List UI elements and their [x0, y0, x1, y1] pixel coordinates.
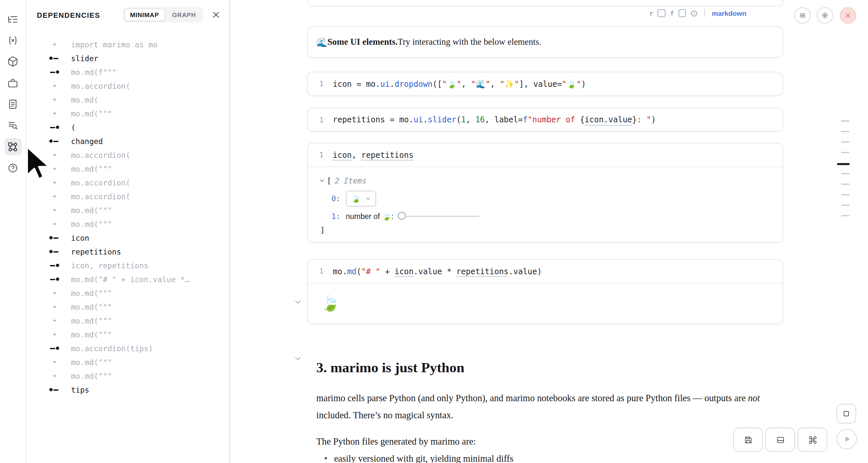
cell-editor[interactable]: 1 icon, repetitions — [308, 143, 782, 167]
minimap-item[interactable]: mo.md(""" — [26, 300, 230, 314]
run-all-button[interactable] — [836, 429, 857, 449]
minimap-item[interactable]: repetitions — [26, 245, 230, 258]
minimap-item-label: mo.md("# " + icon.value *… — [71, 275, 189, 284]
tab-minimap[interactable]: MINIMAP — [124, 8, 165, 21]
minimap-item-label: slider — [71, 54, 98, 63]
minimap-item[interactable]: ( — [26, 120, 230, 134]
shutdown-button[interactable] — [840, 7, 856, 24]
minimap-item[interactable]: mo.md(""" — [26, 355, 230, 369]
sidebar-button-variables[interactable] — [4, 32, 21, 49]
minimap-item[interactable]: mo.accordion(tips) — [26, 341, 230, 355]
tree-item-count: 2 Items — [335, 176, 367, 185]
cell-mark[interactable] — [841, 194, 849, 195]
cell-connector-marker — [49, 65, 61, 79]
panel-layout-button[interactable] — [766, 428, 795, 452]
cell-mark[interactable] — [841, 184, 849, 185]
cell-connector-marker — [49, 120, 61, 134]
tab-graph[interactable]: GRAPH — [166, 8, 202, 21]
minimap-item-label: ( — [71, 123, 75, 132]
icon-dropdown[interactable]: 🍃 — [346, 191, 376, 207]
play-icon — [843, 435, 851, 443]
slider-knob[interactable] — [398, 212, 406, 220]
minimap-item-label: mo.md(""" — [71, 288, 112, 298]
minimap-toggle-button[interactable] — [836, 404, 856, 424]
format-checkbox[interactable] — [679, 9, 686, 17]
reactive-label: r — [649, 9, 653, 17]
section-collapse-chevron[interactable] — [294, 353, 302, 365]
cell-config-toolbar: r f markdown — [307, 9, 783, 17]
cell-mark[interactable] — [841, 142, 849, 143]
minimap-item[interactable]: mo.md(f""" — [26, 65, 230, 79]
minimap-item[interactable]: mo.accordion( — [26, 189, 230, 203]
cell-dot-marker — [49, 203, 61, 217]
minimap-item[interactable]: mo.md("# " + icon.value *… — [26, 272, 230, 286]
minimap-list: import marimo as moslidermo.md(f"""mo.ac… — [26, 37, 230, 397]
minimap-item[interactable]: icon, repetitions — [26, 258, 230, 272]
keyboard-shortcuts-button[interactable] — [798, 428, 827, 452]
section-heading: 3. marimo is just Python — [316, 360, 464, 376]
sidebar-button-documentation[interactable] — [4, 96, 21, 113]
minimap-item-label: mo.md(f""" — [71, 67, 117, 76]
info-icon[interactable] — [691, 9, 698, 17]
sidebar-button-toolbox[interactable] — [4, 74, 21, 91]
gear-icon — [821, 11, 829, 20]
cell-mark[interactable] — [841, 120, 849, 121]
code-line: mo.md("# " + icon.value * repetitions.va… — [333, 267, 542, 276]
cell-connector-marker — [49, 51, 61, 65]
output-collapse-chevron[interactable] — [294, 297, 302, 308]
minimap-item[interactable]: slider — [26, 51, 230, 65]
minimap-item-label: icon — [71, 233, 89, 242]
markdown-cell-editor[interactable]: 1 🌊 **Some UI elements.** Try interactin… — [307, 0, 783, 7]
cell-mark[interactable] — [841, 215, 849, 216]
command-icon — [808, 435, 817, 444]
line-number: 1 — [308, 151, 323, 159]
minimap-item[interactable]: mo.md(""" — [26, 203, 230, 217]
sidebar-button-outline[interactable] — [4, 10, 21, 28]
minimap-item-label: mo.md(""" — [71, 316, 112, 325]
code-cell-slider: 1 repetitions = mo.ui.slider(1, 16, labe… — [307, 108, 783, 131]
cell-mark[interactable] — [841, 152, 849, 153]
repetitions-slider[interactable] — [398, 212, 480, 221]
cell-mark[interactable] — [841, 173, 849, 174]
cell-editor[interactable]: 1 repetitions = mo.ui.slider(1, 16, labe… — [308, 109, 782, 131]
save-button[interactable] — [733, 428, 763, 452]
cell-mark[interactable] — [841, 205, 849, 206]
minimap-item-label: mo.md(""" — [71, 109, 112, 118]
output-text: Try interacting with the below elements. — [398, 37, 541, 48]
minimap-item[interactable]: mo.md( — [26, 93, 230, 106]
notebook-menu-button[interactable] — [794, 7, 811, 24]
minimap-item-label: import marimo as mo — [71, 40, 157, 49]
language-toggle[interactable]: markdown — [712, 9, 746, 17]
sidebar-button-search-list[interactable] — [4, 117, 21, 134]
minimap-item[interactable]: import marimo as mo — [26, 37, 230, 51]
minimap-item[interactable]: mo.md(""" — [26, 369, 230, 383]
cell-editor[interactable]: 1 icon = mo.ui.dropdown(["🍃", "🌊", "✨"],… — [308, 72, 782, 95]
cell-connector-marker — [49, 258, 61, 272]
minimap-item[interactable]: mo.md(""" — [26, 106, 230, 120]
code-cell-dropdown: 1 icon = mo.ui.dropdown(["🍃", "🌊", "✨"],… — [307, 72, 783, 96]
sidebar-button-packages[interactable] — [4, 53, 21, 70]
minimap-item[interactable]: mo.md(""" — [26, 328, 230, 341]
cell-mark[interactable] — [841, 131, 849, 132]
cell-connector-marker — [49, 245, 61, 258]
minimap-item-label: mo.md(""" — [71, 219, 112, 228]
close-panel-button[interactable] — [212, 10, 220, 19]
minimap-item[interactable]: mo.md(""" — [26, 286, 230, 300]
cell-dot-marker — [49, 300, 61, 314]
minimap-item[interactable]: tips — [26, 383, 230, 397]
cell-mark-active[interactable] — [837, 163, 849, 165]
minimap-item[interactable]: icon — [26, 231, 230, 245]
sidebar-button-help[interactable] — [4, 159, 21, 177]
reactive-checkbox[interactable] — [658, 9, 665, 17]
close-x-icon — [844, 11, 851, 20]
tree-collapse-chevron[interactable] — [319, 176, 325, 185]
cell-editor[interactable]: 1 mo.md("# " + icon.value * repetitions.… — [308, 260, 782, 283]
minimap-item[interactable]: mo.md(""" — [26, 314, 230, 328]
minimap-item[interactable]: mo.accordion( — [26, 79, 230, 93]
leaf-emoji: 🍃 — [321, 295, 340, 312]
minimap-item[interactable]: mo.md(""" — [26, 217, 230, 231]
list-item: • easily versioned with git, yielding mi… — [316, 453, 777, 463]
sidebar-button-dependencies[interactable] — [4, 138, 21, 156]
settings-button[interactable] — [817, 7, 833, 24]
slider-track[interactable] — [406, 215, 480, 217]
